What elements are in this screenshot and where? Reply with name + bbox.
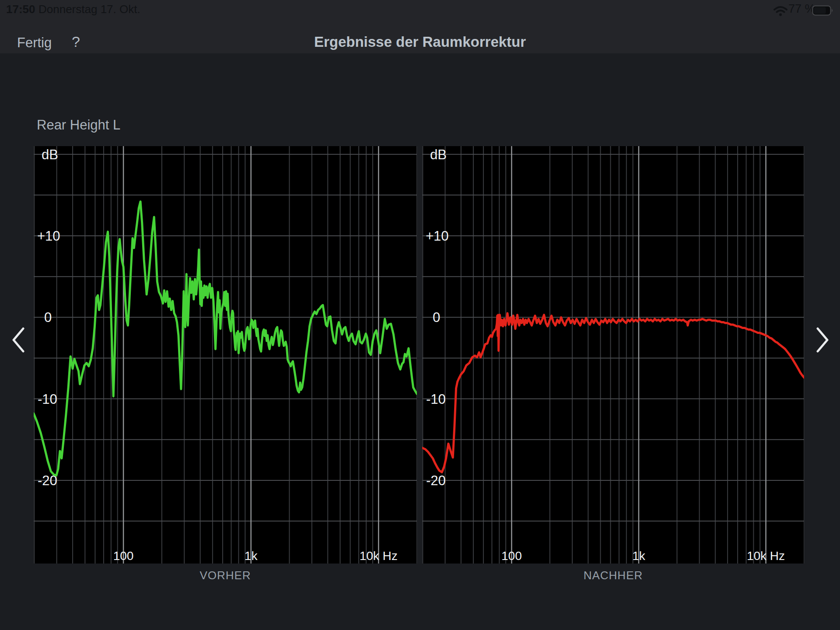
chevron-right-icon <box>815 327 830 353</box>
battery-icon <box>812 5 834 16</box>
y-axis-tick: -20 <box>426 473 446 488</box>
status-date: Donnerstag 17. Okt. <box>38 3 140 16</box>
x-axis-tick: 100 <box>113 549 134 563</box>
y-axis-tick: 0 <box>433 310 440 325</box>
x-axis-tick: 1k <box>632 549 646 563</box>
speaker-name-label: Rear Height L <box>37 117 120 133</box>
before-chart: dB+100-10-201001k10k Hz <box>34 146 417 564</box>
header-bar: 17:50 Donnerstag 17. Okt. 77 % Fertig ? … <box>0 0 840 53</box>
after-chart: dB+100-10-201001k10k Hz <box>422 146 804 564</box>
previous-speaker-button[interactable] <box>11 327 26 354</box>
x-axis-tick: 1k <box>245 549 258 563</box>
battery-percent: 77 % <box>788 2 816 16</box>
x-axis-tick: 10k Hz <box>360 549 398 563</box>
x-axis-tick: 100 <box>501 549 522 563</box>
after-caption: NACHHER <box>422 569 804 582</box>
page-title: Ergebnisse der Raumkorrektur <box>0 34 840 50</box>
y-axis-tick: +10 <box>37 228 60 244</box>
before-caption: VORHER <box>34 569 417 582</box>
y-axis-tick: dB <box>42 147 58 162</box>
chevron-left-icon <box>11 327 26 353</box>
status-time: 17:50 <box>6 3 35 16</box>
wifi-icon <box>774 6 788 16</box>
x-axis-tick: 10k Hz <box>747 549 785 563</box>
y-axis-tick: -10 <box>426 392 446 407</box>
y-axis-tick: -10 <box>38 392 57 407</box>
y-axis-tick: 0 <box>44 310 52 325</box>
y-axis-tick: +10 <box>426 228 449 244</box>
y-axis-tick: dB <box>430 147 447 162</box>
next-speaker-button[interactable] <box>815 327 830 354</box>
